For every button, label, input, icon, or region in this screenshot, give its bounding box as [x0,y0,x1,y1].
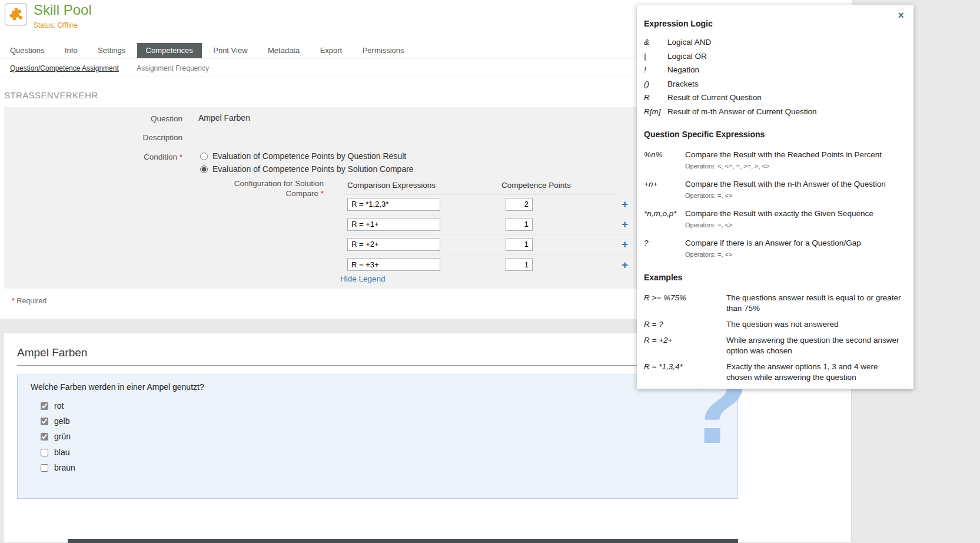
condition-label: Condition * [4,153,182,161]
legend-row: +n+ Compare the Result with the n-th Ans… [644,179,904,201]
legend-section-title: Examples [644,273,904,282]
tab-questions[interactable]: Questions [1,43,54,58]
points-input[interactable] [506,238,533,251]
legend-row: R Result of Current Question [644,93,904,103]
radio-question-result[interactable] [200,153,208,160]
legend-row: ! Negation [644,65,904,75]
radio-solution-compare-label: Evaluation of Competence Points by Solut… [212,164,414,174]
option-label: blau [54,448,69,457]
legend-row: R = *1,3,4* Exactly the answer options 1… [644,362,904,383]
legend-row: *n,m,o,p* Compare the Result with exactl… [644,208,904,230]
legend-section-title: Question Specific Expressions [644,130,904,139]
legend-section-title: Expression Logic [644,19,904,28]
points-input[interactable] [506,198,533,211]
required-note: * Required [12,297,46,305]
option-blau: blau [41,448,69,457]
option-label: rot [54,401,64,410]
close-icon[interactable]: × [898,9,904,22]
option-gelb: gelb [41,416,69,426]
table-row: + [343,254,632,274]
expression-input[interactable] [347,238,440,251]
bottom-element-edge [68,539,738,543]
checkbox-blau[interactable] [41,449,48,456]
table-row: + [343,234,632,254]
required-asterisk: * [12,297,15,305]
add-row-icon[interactable]: + [622,259,628,270]
table-row: + [343,214,632,234]
description-label: Description [4,133,182,142]
option-label: grün [54,432,71,441]
question-box: Welche Farben werden in einer Ampel genu… [17,375,738,499]
checkbox-gelb[interactable] [41,418,48,425]
legend-row: R[m] Result of m-th Answer of Current Qu… [644,107,904,117]
section-title: STRASSENVERKEHR [4,90,98,100]
comparison-table-header: Comparison Expressions Competence Points [343,177,615,194]
tab-metadata[interactable]: Metadata [259,43,308,58]
legend-row: R = ? The question was not answered [644,319,904,330]
legend-row: %n% Compare the Result with the Reached … [644,150,904,171]
radio-question-result-label: Evaluation of Competence Points by Quest… [212,151,406,161]
checkbox-braun[interactable] [41,464,48,472]
legend-row: ? Compare if there is an Answer for a Qu… [644,238,904,260]
subnav-question-competence-assignment[interactable]: Question/Competence Assignment [10,64,119,72]
app-logo [5,3,27,25]
option-rot: rot [41,401,64,410]
option-label: gelb [54,416,69,426]
tab-competences[interactable]: Competences [137,43,202,58]
tab-print-view[interactable]: Print View [204,43,256,58]
legend-row: R >= %75% The questions answer result is… [644,293,904,314]
radio-solution-compare[interactable] [200,165,208,173]
expression-input[interactable] [347,218,440,231]
add-row-icon[interactable]: + [622,198,628,210]
checkbox-rot[interactable] [41,402,48,410]
puzzle-icon [7,5,24,22]
points-input[interactable] [506,258,533,271]
option-label: braun [54,463,75,472]
expression-input[interactable] [347,258,440,271]
legend-row: () Brackets [644,80,904,90]
comparison-table: Comparison Expressions Competence Points… [343,177,632,274]
add-row-icon[interactable]: + [622,218,628,230]
legend-row: | Logical OR [644,52,904,62]
option-gruen: grün [41,432,71,441]
add-row-icon[interactable]: + [622,239,628,250]
operators-note: Operators: =, <> [685,191,886,201]
tab-settings[interactable]: Settings [89,43,134,58]
operators-note: Operators: =, <> [685,250,861,260]
legend-row: & Logical AND [644,38,904,48]
legend-panel: × Expression Logic & Logical AND | Logic… [637,5,913,389]
table-row: + [343,194,632,214]
tab-permissions[interactable]: Permissions [354,43,413,58]
required-asterisk: * [321,189,324,198]
col-competence-points: Competence Points [501,181,571,190]
operators-note: Operators: =, <> [685,220,873,230]
app-root: Skill Pool Status: Offline Questions Inf… [0,0,980,543]
config-solution-compare-label: Configuration for Solution Compare * [4,178,324,198]
status-text: Status: Offline [34,21,78,29]
question-text: Welche Farben werden in einer Ampel genu… [31,382,204,392]
condition-option-solution-compare: Evaluation of Competence Points by Solut… [200,164,414,174]
page-title: Skill Pool [34,2,92,18]
checkbox-gruen[interactable] [41,433,48,441]
question-value: Ampel Farben [198,113,250,122]
question-label: Question [4,114,182,123]
col-comparison-expressions: Comparison Expressions [343,181,501,190]
operators-note: Operators: <, <=, =, >=, >, <> [685,161,882,171]
expression-input[interactable] [347,198,440,211]
tab-export[interactable]: Export [311,43,351,58]
tab-info[interactable]: Info [56,43,87,58]
hide-legend-link[interactable]: Hide Legend [340,274,386,283]
legend-row: R = +2+ While answering the question the… [644,335,904,356]
subnav-assignment-frequency[interactable]: Assignment Frequency [137,64,209,72]
required-asterisk: * [180,153,182,161]
points-input[interactable] [506,218,533,231]
condition-option-question-result: Evaluation of Competence Points by Quest… [200,151,406,161]
option-braun: braun [41,463,75,472]
